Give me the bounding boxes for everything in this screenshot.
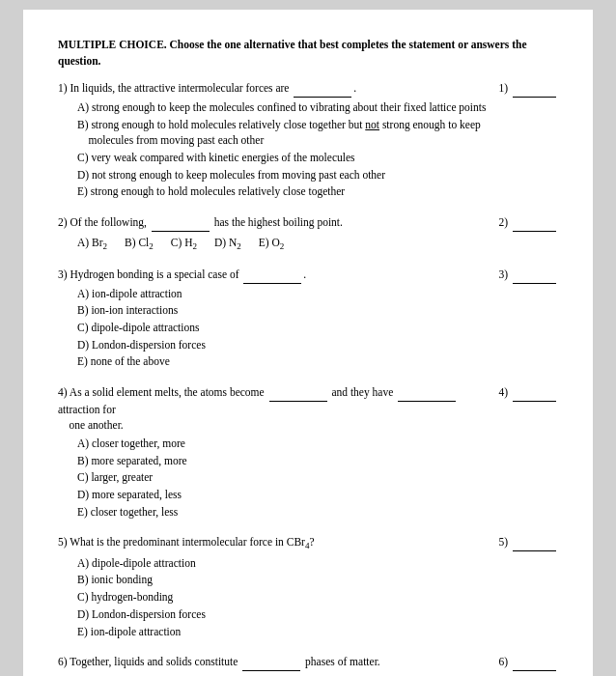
question-3: 3) Hydrogen bonding is a special case of… xyxy=(58,267,558,371)
question-6: 6) Together, liquids and solids constitu… xyxy=(58,654,558,676)
q3-choice-d: D) London-dispersion forces xyxy=(77,337,490,353)
q6-blank xyxy=(242,654,300,671)
q4-choice-c: C) larger, greater xyxy=(77,469,490,486)
q4-choices: A) closer together, more B) more separat… xyxy=(77,436,490,520)
question-4: 4) As a solid element melts, the atoms b… xyxy=(58,384,558,521)
q5-choice-e: E) ion-dipole attraction xyxy=(77,624,490,640)
q2-choice-c: C) H2 xyxy=(171,235,197,253)
q2-number-right: 2) xyxy=(499,214,558,232)
q6-number-right: 6) xyxy=(499,654,558,671)
q3-blank xyxy=(243,267,301,284)
question-2-text: 2) Of the following, has the highest boi… xyxy=(58,214,499,253)
q1-num: 1) In liquids, the attractive intermolec… xyxy=(58,82,356,94)
q4-number-right: 4) xyxy=(499,384,558,402)
q5-choice-a: A) dipole-dipole attraction xyxy=(77,555,490,572)
q3-choice-e: E) none of the above xyxy=(77,353,490,370)
q5-choices: A) dipole-dipole attraction B) ionic bon… xyxy=(77,555,490,639)
q4-choice-d: D) more separated, less xyxy=(77,487,490,503)
q3-number-right: 3) xyxy=(499,267,558,284)
q5-stem: 5) What is the predominant intermolecula… xyxy=(58,536,315,548)
q5-choice-b: B) ionic bonding xyxy=(77,572,490,588)
q2-choice-e: E) O2 xyxy=(259,235,285,253)
question-3-text: 3) Hydrogen bonding is a special case of… xyxy=(58,267,499,371)
q5-choice-c: C) hydrogen-bonding xyxy=(77,589,490,606)
q6-stem: 6) Together, liquids and solids constitu… xyxy=(58,656,380,667)
q2-blank xyxy=(152,214,210,232)
q2-choice-b: B) Cl2 xyxy=(125,235,154,253)
instructions: MULTIPLE CHOICE. Choose the one alternat… xyxy=(58,37,558,69)
q2-choice-d: D) N2 xyxy=(214,235,241,253)
q1-choice-d: D) not strong enough to keep molecules f… xyxy=(77,167,490,183)
q5-number-right: 5) xyxy=(499,534,558,551)
q1-answer-blank xyxy=(513,80,556,98)
q3-choice-a: A) ion-dipole attraction xyxy=(77,286,490,302)
q6-answer-blank xyxy=(513,654,556,671)
q2-answer-blank xyxy=(513,214,556,232)
q2-stem: 2) Of the following, has the highest boi… xyxy=(58,216,343,228)
q3-choices: A) ion-dipole attraction B) ion-ion inte… xyxy=(77,286,490,370)
q4-choice-a: A) closer together, more xyxy=(77,436,490,452)
q1-blank xyxy=(294,80,351,98)
q1-choice-c: C) very weak compared with kinetic energ… xyxy=(77,150,490,166)
q3-choice-c: C) dipole-dipole attractions xyxy=(77,320,490,336)
q1-choices: A) strong enough to keep the molecules c… xyxy=(77,99,490,200)
q1-number-right: 1) xyxy=(499,80,558,98)
q5-choice-d: D) London-dispersion forces xyxy=(77,606,490,623)
q3-stem: 3) Hydrogen bonding is a special case of… xyxy=(58,268,306,280)
q2-choices-inline: A) Br2 B) Cl2 C) H2 D) N2 E) O2 xyxy=(77,235,490,253)
question-5: 5) What is the predominant intermolecula… xyxy=(58,534,558,640)
question-5-text: 5) What is the predominant intermolecula… xyxy=(58,534,499,640)
question-4-text: 4) As a solid element melts, the atoms b… xyxy=(58,384,499,521)
q4-stem: 4) As a solid element melts, the atoms b… xyxy=(58,386,458,431)
q3-choice-b: B) ion-ion interactions xyxy=(77,302,490,319)
q4-blank1 xyxy=(269,384,327,402)
q4-choice-e: E) closer together, less xyxy=(77,504,490,521)
question-1-text: 1) In liquids, the attractive intermolec… xyxy=(58,80,499,201)
q3-answer-blank xyxy=(513,267,556,284)
q2-choice-a: A) Br2 xyxy=(77,235,107,253)
question-1: 1) In liquids, the attractive intermolec… xyxy=(58,80,558,201)
q5-answer-blank xyxy=(513,534,556,551)
exam-page: MULTIPLE CHOICE. Choose the one alternat… xyxy=(23,10,593,676)
q4-choice-b: B) more separated, more xyxy=(77,453,490,469)
question-6-text: 6) Together, liquids and solids constitu… xyxy=(58,654,499,676)
q1-choice-b: B) strong enough to hold molecules relat… xyxy=(77,117,490,149)
q4-blank2 xyxy=(398,384,456,402)
q1-choice-a: A) strong enough to keep the molecules c… xyxy=(77,99,490,116)
q4-answer-blank xyxy=(513,384,556,402)
question-2: 2) Of the following, has the highest boi… xyxy=(58,214,558,253)
q1-choice-e: E) strong enough to hold molecules relat… xyxy=(77,183,490,200)
